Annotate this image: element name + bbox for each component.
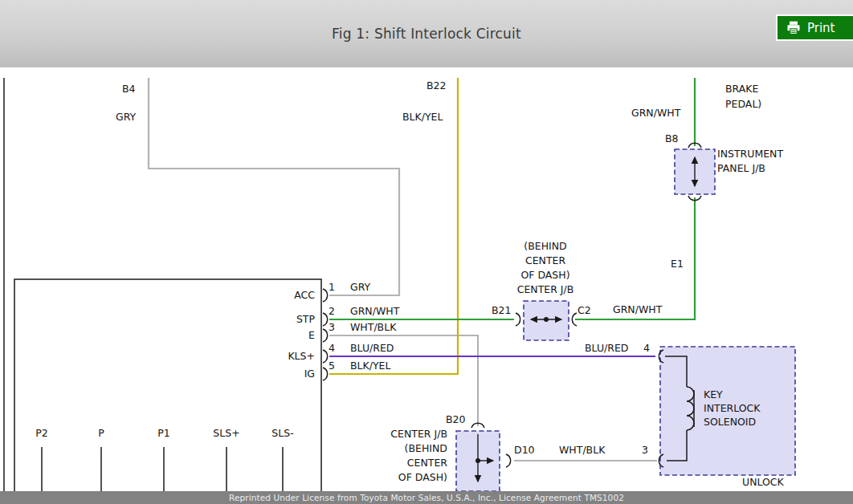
license-bar: Reprinted Under License from Toyota Moto… <box>0 491 853 504</box>
connector-b4-label: B4 <box>122 83 136 95</box>
center-jb-lower-loc3: OF DASH) <box>398 471 447 483</box>
ecu-wire2-label: GRN/WHT <box>350 305 399 317</box>
ecu-pin2-arc <box>323 313 328 326</box>
center-jb-upper-loc2: CENTER <box>525 254 565 266</box>
connector-b21-label: B21 <box>492 304 511 316</box>
wire-whtblk-right-label: WHT/BLK <box>559 444 605 456</box>
ecu-pin1-number: 1 <box>329 281 335 293</box>
b21-arc <box>516 313 520 326</box>
connector-d10-label: D10 <box>514 444 535 456</box>
ecu-pin4-number: 4 <box>329 342 335 354</box>
ecu-pin3-number: 3 <box>329 321 335 333</box>
ecu-pin1-arc <box>323 289 328 302</box>
wire-blured-right-label: BLU/RED <box>585 342 629 354</box>
ecu-pin-stp-label: STP <box>296 313 315 325</box>
center-jb-lower-name: CENTER J/B <box>390 428 447 440</box>
d10-arc <box>506 454 511 467</box>
center-jb-lower-loc1: (BEHIND <box>405 442 447 454</box>
instrument-panel-jb-name1: INSTRUMENT <box>717 148 783 160</box>
center-jb-upper-loc3: OF DASH) <box>520 269 569 281</box>
brake-pedal-note-line2: PEDAL) <box>725 98 761 110</box>
service-manual-viewer: Fig 1: Shift Interlock Circuit Print <box>0 0 853 504</box>
center-jb-lower-loc2: CENTER <box>407 457 447 469</box>
license-text: Reprinted Under License from Toyota Moto… <box>229 493 624 502</box>
connector-b22-label: B22 <box>426 79 446 91</box>
ecu-pin5-arc <box>323 368 328 380</box>
connector-e1-label: E1 <box>671 258 684 270</box>
connector-b8-label: B8 <box>665 132 679 144</box>
wire-gry <box>149 78 399 295</box>
ecu-pin-acc-label: ACC <box>294 289 315 301</box>
ecu-bottom-pin-p: P <box>98 427 104 439</box>
connector-b20-label: B20 <box>446 413 465 425</box>
center-jb-upper-name: CENTER J/B <box>517 283 574 295</box>
wiring-diagram: B4 GRY B22 BLK/YEL GRN/WHT BRAKE PEDAL) … <box>0 67 853 491</box>
center-jb-upper-loc1: (BEHIND <box>524 240 566 252</box>
ecu-pin4-arc <box>323 350 328 363</box>
solenoid-name1: KEY <box>704 388 723 400</box>
ecu-bottom-pin-p2: P2 <box>35 427 48 439</box>
ecu-bottom-pin-slsm: SLS- <box>271 427 293 439</box>
ecu-pin5-number: 5 <box>329 360 335 372</box>
solenoid-pin4-number: 4 <box>643 342 650 354</box>
ecu-bottom-pin-p1: P1 <box>157 427 170 439</box>
ecu-pin-e-label: E <box>308 329 315 341</box>
ecu-block <box>14 279 321 504</box>
ecu-pin-ig-label: IG <box>304 368 315 380</box>
ecu-wire3-label: WHT/BLK <box>350 321 396 333</box>
solenoid-unlock-label: UNLOCK <box>742 476 784 488</box>
ecu-wire5-label: BLK/YEL <box>350 360 390 372</box>
wire-gry-top-label: GRY <box>116 111 136 123</box>
ecu-wire4-label: BLU/RED <box>350 342 394 354</box>
ecu-pin3-arc <box>323 329 328 342</box>
solenoid-name3: SOLENOID <box>704 416 756 428</box>
wire-grnwht-top-label: GRN/WHT <box>631 107 680 119</box>
ecu-pin-kls-label: KLS+ <box>288 350 315 362</box>
ecu-pin2-number: 2 <box>329 305 335 317</box>
wire-grnwht-right-label: GRN/WHT <box>613 303 662 315</box>
solenoid-name2: INTERLOCK <box>704 402 761 414</box>
ecu-bottom-pin-slsp: SLS+ <box>213 427 239 439</box>
brake-pedal-note-line1: BRAKE <box>725 83 758 95</box>
connector-c2-label: C2 <box>578 304 591 316</box>
ecu-wire1-label: GRY <box>350 281 370 293</box>
solenoid-pin3-number: 3 <box>642 444 648 456</box>
wire-blkyel-top-label: BLK/YEL <box>402 111 443 123</box>
instrument-panel-jb-name2: PANEL J/B <box>717 162 765 174</box>
